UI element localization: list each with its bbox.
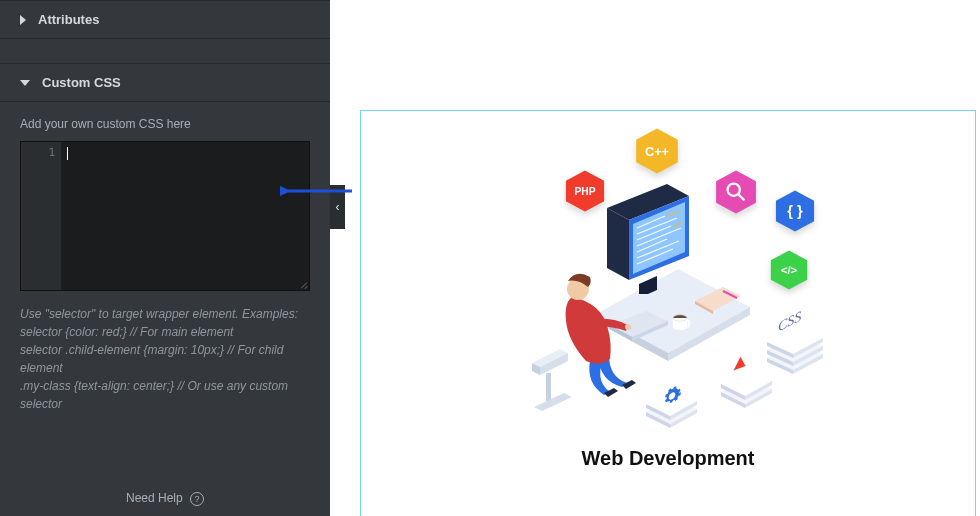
cpp-badge-icon: C++	[633, 127, 681, 175]
need-help-link[interactable]: Need Help ?	[126, 491, 204, 505]
svg-marker-44	[622, 380, 636, 389]
svg-point-47	[584, 288, 588, 294]
panel-attributes[interactable]: Attributes	[0, 0, 330, 39]
sidebar-collapse-button[interactable]: ‹	[330, 185, 345, 229]
svg-point-45	[625, 324, 631, 330]
custom-css-hint: Add your own custom CSS here	[20, 117, 310, 131]
resize-handle-icon[interactable]	[298, 279, 308, 289]
panel-custom-css-body: Add your own custom CSS here 1 Use "sele…	[0, 102, 330, 443]
widget-caption: Web Development	[582, 447, 755, 470]
line-number: 1	[21, 146, 55, 159]
svg-text:{ }: { }	[787, 203, 803, 219]
editor-textarea[interactable]	[61, 142, 309, 290]
chevron-left-icon: ‹	[336, 200, 340, 214]
panel-custom-css-label: Custom CSS	[42, 75, 121, 90]
custom-css-help: Use "selector" to target wrapper element…	[20, 305, 310, 413]
panel-attributes-label: Attributes	[38, 12, 99, 27]
editor-sidebar: Attributes Custom CSS Add your own custo…	[0, 0, 330, 516]
search-badge-icon	[713, 169, 759, 215]
tag-badge-icon: </>	[768, 249, 810, 291]
help-icon: ?	[190, 492, 204, 506]
text-cursor	[67, 147, 68, 160]
selected-widget[interactable]: PHP C++ { } </>	[360, 110, 976, 516]
need-help-label: Need Help	[126, 491, 183, 505]
mug-icon	[671, 314, 693, 338]
braces-badge-icon: { }	[773, 189, 817, 233]
person-icon	[538, 249, 648, 419]
panel-custom-css[interactable]: Custom CSS	[0, 63, 330, 102]
chevron-down-icon	[20, 80, 30, 86]
illustration: PHP C++ { } </>	[518, 139, 818, 439]
svg-text:C++: C++	[645, 144, 669, 159]
editor-gutter: 1	[21, 142, 61, 290]
sidebar-footer: Need Help ?	[0, 481, 330, 516]
tablet-icon	[693, 287, 743, 321]
paper-stack-icon	[718, 364, 780, 420]
chevron-right-icon	[20, 15, 26, 25]
svg-text:</>: </>	[781, 264, 798, 276]
svg-marker-6	[716, 171, 756, 214]
custom-css-editor[interactable]: 1	[20, 141, 310, 291]
preview-area: PHP C++ { } </>	[330, 0, 980, 516]
svg-text:PHP: PHP	[574, 186, 595, 197]
